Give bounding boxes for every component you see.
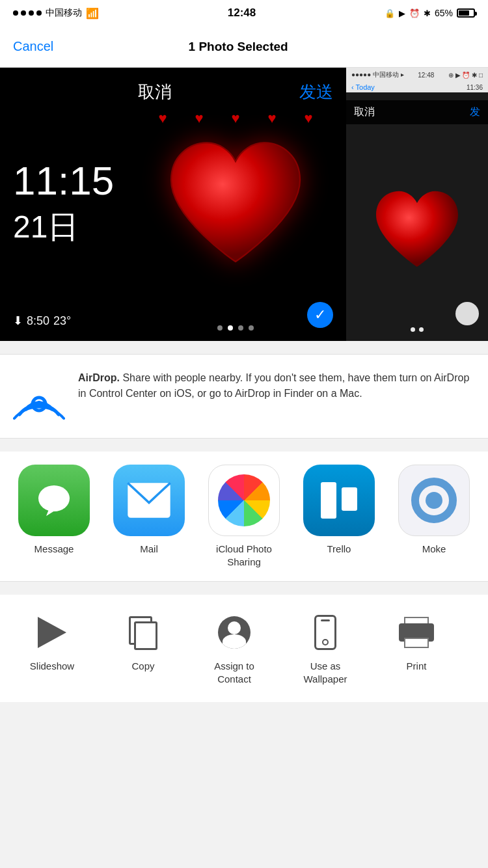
action-wallpaper[interactable]: Use as Wallpaper (280, 605, 371, 692)
trello-col-2 (342, 487, 357, 511)
small-heart-3: ♥ (231, 110, 239, 127)
watch-bottom: ⬇ 8:50 23° (13, 314, 71, 328)
message-app-label: Message (34, 543, 74, 556)
airdrop-description: AirDrop. Share with people nearby. If yo… (78, 370, 475, 401)
status-left: 中国移动 📶 (13, 7, 99, 20)
share-app-trello[interactable]: Trello (303, 465, 375, 568)
action-slideshow[interactable]: Slideshow (7, 605, 98, 692)
moke-app-label: Moke (422, 543, 446, 556)
photo-send-text[interactable]: 发送 (299, 81, 333, 103)
share-app-icloud[interactable]: iCloud Photo Sharing (208, 465, 280, 568)
photo-heart-center[interactable]: 取消 发送 ♥ ♥ ♥ ♥ ♥ ✓ (125, 68, 346, 341)
weather-temp: 23° (53, 314, 71, 328)
share-circle (455, 302, 479, 325)
icloud-app-icon (208, 465, 280, 536)
heart-svg (164, 133, 307, 276)
small-heart-2: ♥ (195, 110, 203, 127)
wifi-icon: 📶 (86, 7, 99, 20)
mini-time: 12:48 (418, 72, 434, 79)
share-apps-section: Message Mail iCloud Photo Sharing (0, 452, 488, 582)
svg-point-2 (38, 485, 70, 511)
svg-marker-3 (46, 509, 57, 516)
phone-shape (314, 615, 336, 650)
person-body (223, 634, 246, 649)
person-head (228, 621, 241, 634)
airdrop-section: AirDrop. Share with people nearby. If yo… (0, 354, 488, 439)
icloud-app-label: iCloud Photo Sharing (216, 543, 272, 568)
person-icon (218, 616, 251, 649)
status-right: 🔒 ▶ ⏰ ✱ 65% (385, 8, 475, 18)
assign-label: Assign to Contact (214, 660, 254, 685)
mini-carrier: ●●●●● 中国移动 ▸ (351, 70, 404, 79)
wallpaper-label: Use as Wallpaper (304, 660, 347, 685)
mini-heart-svg (372, 188, 463, 273)
check-badge: ✓ (307, 302, 333, 328)
mini-icons: ⊕ ▶ ⏰ ✱ □ (448, 72, 483, 79)
small-heart-4: ♥ (267, 110, 276, 127)
floating-hearts: ♥ ♥ ♥ ♥ ♥ (144, 103, 327, 127)
slideshow-label: Slideshow (30, 660, 74, 673)
small-heart-5: ♥ (304, 110, 312, 127)
slideshow-icon (31, 612, 73, 653)
actions-scroll[interactable]: Slideshow Copy (0, 605, 488, 692)
weather-time: 8:50 (27, 314, 49, 328)
copy-icon (122, 612, 164, 653)
mini-photo-bar: 取消 发 (346, 100, 488, 124)
mini-status-bar: ●●●●● 中国移动 ▸ 12:48 ⊕ ▶ ⏰ ✱ □ (346, 68, 488, 82)
actions-inner: Slideshow Copy (0, 605, 468, 692)
photo-cancel-text: 取消 (138, 81, 172, 103)
dot-2 (228, 325, 233, 331)
battery-percent: 65% (435, 8, 453, 18)
carrier-label: 中国移动 (46, 7, 82, 19)
clock-icon: ⏰ (409, 8, 420, 18)
share-apps-row: Message Mail iCloud Photo Sharing (0, 465, 488, 568)
mini-back: ‹ Today (351, 83, 375, 91)
airdrop-svg (13, 370, 65, 422)
photo-watch[interactable]: 11:15 21日 ⬇ 8:50 23° (0, 68, 125, 341)
airdrop-title: AirDrop. (78, 372, 120, 383)
moke-app-icon (398, 465, 470, 536)
trello-app-icon (303, 465, 375, 536)
action-copy[interactable]: Copy (98, 605, 189, 692)
weather-icon: ⬇ (13, 314, 23, 328)
share-app-message[interactable]: Message (18, 465, 90, 568)
wallpaper-icon (305, 612, 346, 653)
svg-point-1 (36, 401, 42, 407)
signal-dots (13, 10, 42, 16)
trello-columns (321, 482, 357, 519)
small-heart-1: ♥ (158, 110, 167, 127)
photo-strip: 11:15 21日 ⬇ 8:50 23° 取消 发送 ♥ ♥ ♥ ♥ ♥ (0, 68, 488, 341)
separator-2 (0, 439, 488, 445)
photos-wheel (218, 474, 270, 526)
nav-title: 1 Photo Selected (189, 40, 288, 54)
action-print[interactable]: Print (371, 605, 462, 692)
airdrop-body: Share with people nearby. If you don't s… (78, 372, 469, 399)
play-triangle (38, 617, 66, 648)
mini-tab: 11:36 (467, 84, 483, 91)
rdot-2 (419, 327, 424, 332)
phone-button (322, 639, 329, 645)
message-app-icon (18, 465, 90, 536)
dot-1 (217, 325, 223, 331)
lock-icon: 🔒 (385, 8, 395, 18)
trello-col-1 (321, 482, 336, 519)
moke-inner (426, 492, 442, 509)
printer-output (404, 638, 429, 648)
status-bar: 中国移动 📶 12:48 🔒 ▶ ⏰ ✱ 65% (0, 0, 488, 26)
copy-page-front (134, 621, 157, 650)
action-assign[interactable]: Assign to Contact (189, 605, 280, 692)
message-icon-svg (34, 481, 74, 520)
share-app-mail[interactable]: Mail (113, 465, 185, 568)
nav-bar: Cancel 1 Photo Selected (0, 26, 488, 68)
bluetooth-icon: ✱ (424, 8, 431, 18)
share-app-moke[interactable]: Moke (398, 465, 470, 568)
print-icon (396, 612, 437, 653)
dot-3 (238, 325, 243, 331)
dot-4 (249, 325, 254, 331)
assign-icon (213, 612, 255, 653)
cancel-button[interactable]: Cancel (13, 39, 53, 54)
watch-weather: ⬇ 8:50 23° (13, 314, 71, 328)
phone-speaker (321, 619, 330, 621)
battery-icon (457, 8, 475, 18)
photo-heart-right[interactable]: ●●●●● 中国移动 ▸ 12:48 ⊕ ▶ ⏰ ✱ □ ‹ Today 11:… (346, 68, 488, 341)
